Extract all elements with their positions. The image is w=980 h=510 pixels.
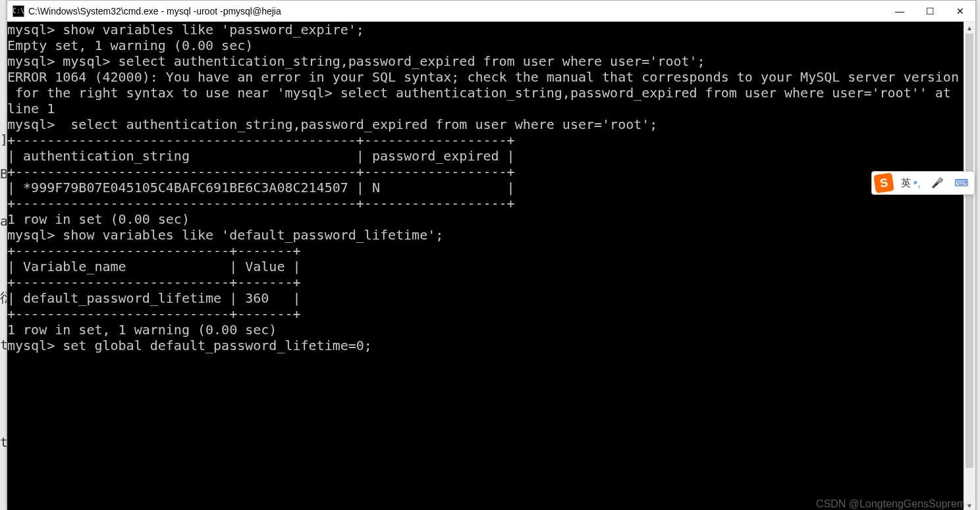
terminal-line: mysql> select authentication_string,pass… xyxy=(7,116,964,132)
terminal-line: | default_password_lifetime | 360 | xyxy=(7,290,964,306)
ime-keyboard-icon[interactable]: ⌨ xyxy=(949,177,974,189)
scrollbar-thumb[interactable] xyxy=(966,34,973,468)
terminal-line: +---------------------------------------… xyxy=(7,164,964,180)
ime-punct-icon: •, xyxy=(913,176,921,190)
scrollbar[interactable]: ▲ ▼ xyxy=(964,22,975,510)
terminal-line: +---------------------------+-------+ xyxy=(7,274,964,290)
terminal-line: +---------------------------------------… xyxy=(7,195,964,211)
terminal-line: +---------------------------+-------+ xyxy=(7,243,964,259)
scroll-down-button[interactable]: ▼ xyxy=(964,499,975,510)
app-icon: C:\ xyxy=(13,5,24,17)
minimize-button[interactable]: — xyxy=(885,1,915,21)
terminal-area: mysql> show variables like 'password_exp… xyxy=(7,22,975,510)
terminal-line: +---------------------------------------… xyxy=(7,132,964,148)
terminal-line: +---------------------------+-------+ xyxy=(7,306,964,322)
terminal-line: | *999F79B07E045105C4BAFC691BE6C3A08C214… xyxy=(7,180,964,195)
ime-language[interactable]: 英 •, xyxy=(896,176,926,190)
terminal-line: mysql> mysql> select authentication_stri… xyxy=(7,53,964,69)
terminal-line: 1 row in set (0.00 sec) xyxy=(7,211,964,227)
sogou-logo-icon[interactable]: S xyxy=(873,172,894,193)
terminal-line: mysql> show variables like 'password_exp… xyxy=(7,22,964,38)
terminal-line: | Variable_name | Value | xyxy=(7,259,964,274)
ime-lang-label: 英 xyxy=(901,177,911,190)
maximize-button[interactable]: ☐ xyxy=(915,1,945,21)
terminal-line: ERROR 1064 (42000): You have an error in… xyxy=(7,69,964,85)
terminal-line: Empty set, 1 warning (0.00 sec) xyxy=(7,38,964,53)
terminal-line: line 1 xyxy=(7,101,964,116)
close-button[interactable]: ✕ xyxy=(945,1,975,21)
terminal-line: mysql> set global default_password_lifet… xyxy=(7,338,964,353)
ime-toolbar[interactable]: S 英 •, 🎤 ⌨ xyxy=(871,171,975,195)
ime-mic-icon[interactable]: 🎤 xyxy=(926,177,949,189)
window-buttons: — ☐ ✕ xyxy=(885,1,975,21)
scroll-up-button[interactable]: ▲ xyxy=(964,22,975,34)
titlebar[interactable]: C:\ C:\Windows\System32\cmd.exe - mysql … xyxy=(7,1,975,22)
terminal-line: mysql> show variables like 'default_pass… xyxy=(7,227,964,243)
terminal-line: for the right syntax to use near 'mysql>… xyxy=(7,85,964,101)
cmd-window: C:\ C:\Windows\System32\cmd.exe - mysql … xyxy=(7,0,976,510)
scrollbar-track[interactable] xyxy=(964,34,975,499)
terminal-line: 1 row in set, 1 warning (0.00 sec) xyxy=(7,322,964,338)
terminal[interactable]: mysql> show variables like 'password_exp… xyxy=(7,22,964,510)
terminal-line: | authentication_string | password_expir… xyxy=(7,148,964,164)
window-title: C:\Windows\System32\cmd.exe - mysql -uro… xyxy=(28,6,885,16)
